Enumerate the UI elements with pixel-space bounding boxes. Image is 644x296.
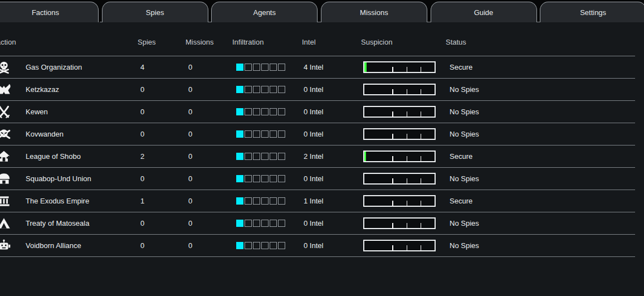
table-row[interactable]: Squabop-Und Union 0 0 0 Intel No Spies <box>0 168 635 190</box>
tab-guide[interactable]: Guide <box>431 2 537 22</box>
intel-value: 0 Intel <box>302 130 361 138</box>
suspicion-tick <box>421 245 422 250</box>
faction-icon <box>0 239 26 253</box>
table-header-row: Faction Spies Missions Infiltration Inte… <box>0 22 635 56</box>
tab-missions[interactable]: Missions <box>321 2 427 22</box>
infiltration-slot <box>270 197 277 205</box>
infiltration-meter <box>232 175 302 182</box>
infiltration-meter <box>232 130 302 138</box>
infiltration-slot <box>245 153 252 160</box>
infiltration-meter <box>232 64 302 71</box>
status-label: No Spies <box>446 130 635 138</box>
faction-icon <box>0 194 26 208</box>
spies-count: 2 <box>138 152 186 161</box>
tab-factions[interactable]: Factions <box>0 2 99 22</box>
suspicion-tick <box>407 223 408 228</box>
intel-value: 1 Intel <box>302 197 361 205</box>
infiltration-slot <box>253 130 260 138</box>
suspicion-fill <box>364 152 366 161</box>
tab-settings[interactable]: Settings <box>540 2 644 22</box>
missions-count: 0 <box>186 63 232 71</box>
infiltration-slot <box>236 197 243 205</box>
table-row[interactable]: The Exodus Empire 1 0 1 Intel Secure <box>0 190 635 212</box>
content-area: Faction Spies Missions Infiltration Inte… <box>0 22 644 296</box>
suspicion-tick <box>421 67 422 72</box>
suspicion-cell <box>361 217 446 229</box>
faction-name: The Exodus Empire <box>26 197 138 205</box>
spies-count: 0 <box>138 219 186 227</box>
infiltration-slot <box>253 86 260 93</box>
intel-value: 0 Intel <box>302 219 361 227</box>
infiltration-slot <box>278 153 285 160</box>
infiltration-meter <box>232 242 302 249</box>
suspicion-tick <box>392 111 393 117</box>
table-row[interactable]: Kovwanden 0 0 0 Intel No Spies <box>0 123 635 145</box>
suspicion-tick <box>392 134 393 139</box>
faction-icon <box>0 83 26 97</box>
suspicion-cell <box>361 195 446 207</box>
faction-icon <box>0 172 26 186</box>
infiltration-slot <box>278 64 285 71</box>
suspicion-tick <box>407 156 408 161</box>
infiltration-slot <box>261 130 269 138</box>
header-intel: Intel <box>302 38 361 46</box>
table-row[interactable]: Voidborn Alliance 0 0 0 Intel No Spies <box>0 235 635 257</box>
infiltration-slot <box>245 108 252 115</box>
spies-count: 4 <box>138 63 186 71</box>
infiltration-slot <box>270 64 277 71</box>
faction-name: Kewen <box>26 108 138 116</box>
missions-count: 0 <box>186 241 232 250</box>
infiltration-slot <box>236 220 243 227</box>
spies-count: 0 <box>138 108 186 116</box>
faction-icon <box>0 105 26 119</box>
infiltration-slot <box>245 175 252 182</box>
infiltration-slot <box>278 86 285 93</box>
missions-count: 0 <box>186 219 232 227</box>
intel-value: 0 Intel <box>302 108 361 116</box>
table-row[interactable]: League of Shobo 2 0 2 Intel Secure <box>0 145 635 168</box>
infiltration-slot <box>270 175 277 182</box>
tab-agents[interactable]: Agents <box>211 2 318 22</box>
suspicion-bar <box>363 151 436 162</box>
status-label: No Spies <box>446 108 635 116</box>
infiltration-slot <box>270 86 277 93</box>
infiltration-slot <box>278 197 285 205</box>
infiltration-slot <box>278 130 285 138</box>
infiltration-slot <box>253 153 260 160</box>
header-status: Status <box>446 38 635 46</box>
suspicion-cell <box>361 128 446 140</box>
table-row[interactable]: Kewen 0 0 0 Intel No Spies <box>0 101 635 123</box>
suspicion-tick <box>421 89 422 94</box>
intel-value: 0 Intel <box>302 85 361 94</box>
table-row[interactable]: Treaty of Matoseala 0 0 0 Intel No Spies <box>0 212 635 235</box>
faction-name: Treaty of Matoseala <box>26 219 138 227</box>
header-infiltration: Infiltration <box>232 38 302 46</box>
faction-icon <box>0 216 26 231</box>
table-row[interactable]: Ketzkazaz 0 0 0 Intel No Spies <box>0 79 635 101</box>
suspicion-bar <box>363 84 436 95</box>
tab-spies[interactable]: Spies <box>102 2 208 22</box>
suspicion-bar <box>363 217 436 229</box>
faction-name: Squabop-Und Union <box>26 174 138 183</box>
suspicion-tick <box>407 111 408 117</box>
infiltration-slot <box>270 130 277 138</box>
infiltration-slot <box>270 220 277 227</box>
suspicion-bar <box>363 61 436 73</box>
infiltration-slot <box>261 175 269 182</box>
suspicion-tick <box>407 67 408 72</box>
infiltration-slot <box>261 242 269 249</box>
infiltration-slot <box>245 64 252 71</box>
infiltration-slot <box>245 130 252 138</box>
status-label: Secure <box>446 152 635 161</box>
infiltration-slot <box>261 197 269 205</box>
intel-value: 0 Intel <box>302 241 361 250</box>
suspicion-cell <box>361 151 446 162</box>
infiltration-slot <box>261 108 269 115</box>
infiltration-slot <box>236 153 243 160</box>
suspicion-tick <box>421 111 422 117</box>
header-spies: Spies <box>138 38 186 46</box>
table-row[interactable]: Gas Organization 4 0 4 Intel Secure <box>0 56 635 79</box>
infiltration-slot <box>236 175 243 182</box>
suspicion-tick <box>392 223 393 228</box>
suspicion-bar <box>363 195 436 207</box>
